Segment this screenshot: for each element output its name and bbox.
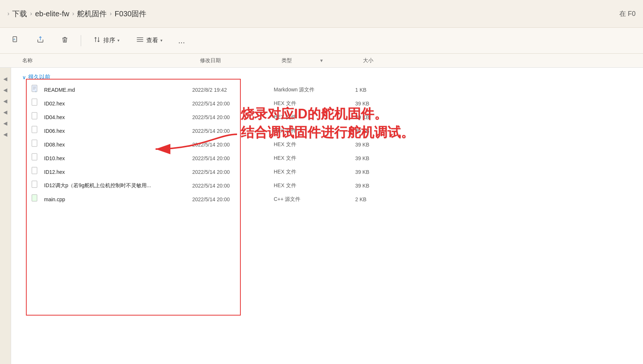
column-name[interactable]: 名称: [22, 57, 200, 64]
breadcrumb-home-arrow: ›: [7, 10, 9, 17]
svg-rect-13: [32, 181, 37, 188]
group-chevron-icon: ∨: [22, 74, 26, 80]
breadcrumb: › 下载 › eb-elite-fw › 舵机固件 › F030固件: [7, 9, 146, 19]
share-button[interactable]: [32, 33, 49, 48]
file-date-id08: 2022/5/14 20:00: [192, 142, 274, 148]
view-chevron-icon: ▾: [160, 38, 163, 43]
sort-chevron-icon: ▾: [117, 38, 120, 43]
nav-arrow-3[interactable]: ◀: [2, 108, 9, 116]
breadcrumb-item-2[interactable]: 舵机固件: [77, 9, 107, 19]
file-type-readme: Markdown 源文件: [274, 87, 355, 93]
svg-text:↓: ↓: [35, 90, 37, 92]
svg-rect-9: [32, 126, 37, 133]
list-item[interactable]: ID12.hex 2022/5/14 20:00 HEX 文件 39 KB: [11, 165, 643, 179]
list-item[interactable]: ID06.hex 2022/5/14 20:00 HEX 文件 39 KB: [11, 124, 643, 138]
left-nav: ◀ ◀ ◀ ◀ ◀ ◀: [0, 68, 11, 364]
file-size-id12-large: 39 KB: [355, 183, 411, 189]
svg-rect-10: [32, 140, 37, 146]
delete-icon: [61, 36, 69, 46]
nav-arrow-5[interactable]: ◀: [2, 131, 9, 138]
file-type-id04: HEX 文件: [274, 114, 355, 121]
breadcrumb-sep-2: ›: [110, 10, 111, 17]
file-name-id04: ID04.hex: [44, 114, 192, 120]
file-size-id08: 39 KB: [355, 142, 411, 148]
group-header[interactable]: ∨ 很久以前: [11, 71, 643, 83]
collapse-button[interactable]: ▼: [317, 59, 326, 63]
sort-button[interactable]: 排序 ▾: [89, 33, 124, 48]
nav-arrow-0[interactable]: ◀: [2, 75, 9, 82]
view-label: 查看: [146, 37, 158, 44]
file-name-id10: ID10.hex: [44, 155, 192, 161]
sort-icon: [93, 36, 101, 46]
file-name-id12: ID12.hex: [44, 169, 192, 175]
breadcrumb-right-text: 在 F0: [619, 9, 636, 18]
sort-label: 排序: [103, 37, 115, 44]
column-header: ▼ 名称 修改日期 类型 大小: [0, 54, 643, 68]
file-date-id12-large: 2022/5/14 20:00: [192, 183, 274, 189]
file-name-maincpp: main.cpp: [44, 196, 192, 202]
svg-rect-8: [32, 112, 37, 119]
svg-text:A: A: [13, 38, 16, 41]
file-icon-id08: [31, 139, 41, 149]
file-icon-id04: [31, 112, 41, 122]
svg-rect-14: [32, 195, 37, 201]
list-item[interactable]: ID08.hex 2022/5/14 20:00 HEX 文件 39 KB: [11, 138, 643, 151]
file-date-id12: 2022/5/14 20:00: [192, 169, 274, 175]
file-name-id08: ID08.hex: [44, 142, 192, 148]
column-date[interactable]: 修改日期: [200, 57, 281, 64]
file-size-id12: 39 KB: [355, 169, 411, 175]
file-size-id06: 39 KB: [355, 128, 411, 134]
file-size-id04: 39 KB: [355, 114, 411, 120]
file-list: ∨ 很久以前 ↓ README.md 2022/8/2 19:42 Markdo…: [11, 68, 643, 364]
file-date-maincpp: 2022/5/14 20:00: [192, 196, 274, 202]
file-type-id08: HEX 文件: [274, 141, 355, 148]
file-icon-id12: [31, 167, 41, 177]
file-size-id10: 39 KB: [355, 155, 411, 161]
column-size[interactable]: 大小: [363, 57, 419, 64]
nav-arrow-2[interactable]: ◀: [2, 97, 9, 105]
breadcrumb-item-0[interactable]: 下载: [12, 9, 27, 19]
nav-arrow-1[interactable]: ◀: [2, 86, 9, 94]
file-date-id04: 2022/5/14 20:00: [192, 114, 274, 120]
svg-rect-11: [32, 154, 37, 160]
file-icon-id06: [31, 126, 41, 136]
file-type-id10: HEX 文件: [274, 155, 355, 162]
delete-button[interactable]: [56, 33, 73, 48]
list-item[interactable]: ID12调大p（若9g舵机上位机控制时不灵敏用... 2022/5/14 20:…: [11, 179, 643, 192]
list-item[interactable]: ID04.hex 2022/5/14 20:00 HEX 文件 39 KB: [11, 110, 643, 124]
breadcrumb-bar: › 下载 › eb-elite-fw › 舵机固件 › F030固件 在 F0: [0, 0, 643, 28]
view-icon: [136, 36, 144, 46]
rename-button[interactable]: A: [7, 33, 24, 48]
file-icon-id12-large: [31, 181, 41, 191]
breadcrumb-item-1[interactable]: eb-elite-fw: [35, 10, 69, 18]
file-date-id02: 2022/5/14 20:00: [192, 101, 274, 107]
list-item[interactable]: ID10.hex 2022/5/14 20:00 HEX 文件 39 KB: [11, 151, 643, 165]
file-icon-maincpp: [31, 194, 41, 204]
file-size-readme: 1 KB: [355, 87, 411, 93]
main-content: ◀ ◀ ◀ ◀ ◀ ◀ ∨ 很久以前 ↓ README.md 2022/8/2 …: [0, 68, 643, 364]
more-button[interactable]: ...: [174, 34, 189, 47]
file-size-id02: 39 KB: [355, 101, 411, 107]
view-button[interactable]: 查看 ▾: [131, 33, 167, 48]
file-name-id02: ID02.hex: [44, 101, 192, 107]
file-type-id12: HEX 文件: [274, 169, 355, 175]
file-type-id06: HEX 文件: [274, 128, 355, 134]
nav-arrow-4[interactable]: ◀: [2, 119, 9, 127]
list-item[interactable]: main.cpp 2022/5/14 20:00 C++ 源文件 2 KB: [11, 192, 643, 206]
list-item[interactable]: ID02.hex 2022/5/14 20:00 HEX 文件 39 KB: [11, 97, 643, 110]
rename-icon: A: [12, 36, 20, 46]
share-icon: [36, 36, 44, 46]
breadcrumb-sep-0: ›: [30, 10, 32, 17]
file-type-id12-large: HEX 文件: [274, 182, 355, 189]
file-type-id02: HEX 文件: [274, 100, 355, 107]
breadcrumb-current: F030固件: [115, 9, 147, 19]
file-name-readme: README.md: [44, 87, 192, 93]
list-item[interactable]: ↓ README.md 2022/8/2 19:42 Markdown 源文件 …: [11, 83, 643, 97]
svg-rect-12: [32, 167, 37, 174]
file-date-id10: 2022/5/14 20:00: [192, 155, 274, 161]
file-icon-id10: [31, 153, 41, 163]
file-size-maincpp: 2 KB: [355, 196, 411, 202]
file-date-readme: 2022/8/2 19:42: [192, 87, 274, 93]
collapse-chevron-icon: ▼: [319, 58, 324, 63]
breadcrumb-sep-1: ›: [72, 10, 74, 17]
